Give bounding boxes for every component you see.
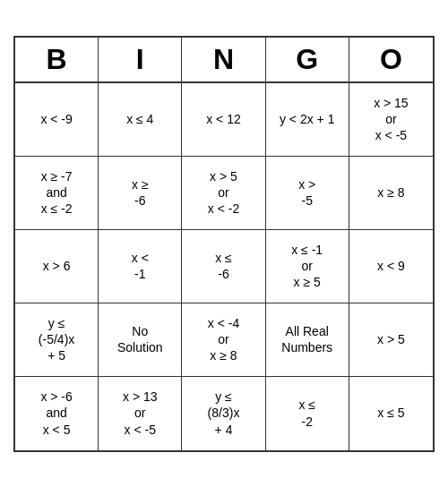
bingo-cell-5: x ≥ -7andx ≤ -2 <box>15 157 99 230</box>
bingo-cell-6: x ≥-6 <box>99 157 182 230</box>
bingo-cell-17: x < -4orx ≥ 8 <box>182 303 265 377</box>
bingo-cell-11: x <-1 <box>99 230 182 303</box>
header-cell-N: N <box>182 38 265 81</box>
header-row: BINGO <box>15 38 433 83</box>
bingo-cell-15: y ≤(-5/4)x+ 5 <box>15 303 99 377</box>
header-cell-O: O <box>349 38 433 81</box>
bingo-cell-16: NoSolution <box>99 303 182 377</box>
bingo-cell-13: x ≤ -1orx ≥ 5 <box>266 230 349 303</box>
bingo-cell-8: x >-5 <box>266 157 349 230</box>
bingo-cell-9: x ≥ 8 <box>349 157 433 230</box>
bingo-cell-24: x ≤ 5 <box>349 377 433 450</box>
bingo-cell-2: x < 12 <box>182 83 265 157</box>
bingo-cell-3: y < 2x + 1 <box>266 83 349 157</box>
header-cell-G: G <box>266 38 349 81</box>
bingo-cell-23: x ≤-2 <box>266 377 349 450</box>
bingo-grid: x < -9x ≤ 4x < 12y < 2x + 1x > 15orx < -… <box>15 83 433 450</box>
header-cell-I: I <box>99 38 182 81</box>
bingo-cell-21: x > 13orx < -5 <box>99 377 182 450</box>
header-cell-B: B <box>15 38 99 81</box>
bingo-cell-1: x ≤ 4 <box>99 83 182 157</box>
bingo-cell-20: x > -6andx < 5 <box>15 377 99 450</box>
bingo-cell-4: x > 15orx < -5 <box>349 83 433 157</box>
bingo-cell-10: x > 6 <box>15 230 99 303</box>
bingo-cell-19: x > 5 <box>349 303 433 377</box>
bingo-card: BINGO x < -9x ≤ 4x < 12y < 2x + 1x > 15o… <box>13 36 435 452</box>
bingo-cell-12: x ≤-6 <box>182 230 265 303</box>
bingo-cell-14: x < 9 <box>349 230 433 303</box>
bingo-cell-18: All RealNumbers <box>266 303 349 377</box>
bingo-cell-22: y ≤(8/3)x+ 4 <box>182 377 265 450</box>
bingo-cell-0: x < -9 <box>15 83 99 157</box>
bingo-cell-7: x > 5orx < -2 <box>182 157 265 230</box>
